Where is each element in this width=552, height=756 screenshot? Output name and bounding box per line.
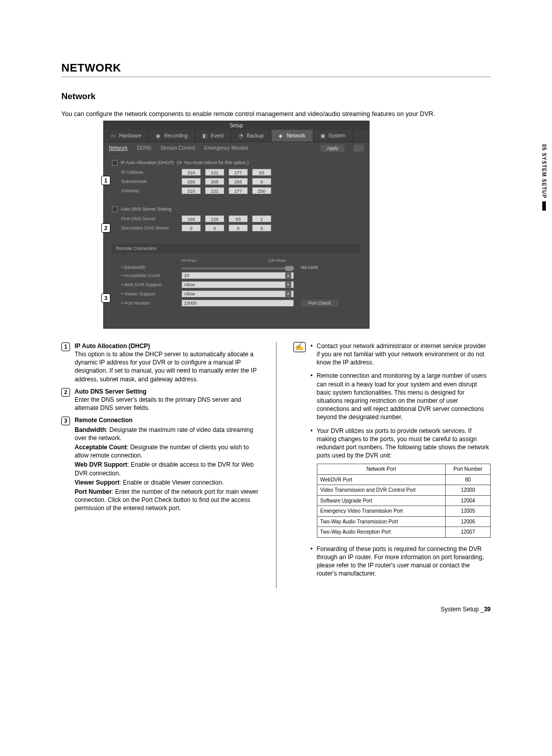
viewer-support-select[interactable]: Allow▾ [181,290,294,297]
side-tab-label: 05 SYSTEM SETUP [541,144,547,198]
hardware-icon: ▭ [111,133,117,139]
side-tab: 05 SYSTEM SETUP [541,144,547,211]
ports-table: Network Port Port Number WebDVR Port80 V… [317,464,491,538]
page-title: NETWORK [61,61,491,77]
web-dvr-label: • Web DVR Support [121,282,181,287]
subtab-ddns[interactable]: DDNS [137,145,151,153]
ip-address-field[interactable]: 210. 121. 177. 93 [181,169,271,176]
def1-body: This option is to allow the DHCP server … [75,351,257,383]
left-col: 1 IP Auto Allocation (DHCP) This option … [61,342,259,588]
subnet-label: Subnetmask [121,179,181,184]
tabs-row: ▭Hardware ◉Recording ◧Event ◔Backup ◈Net… [104,130,369,142]
tab-backup[interactable]: ◔Backup [232,130,271,142]
first-dns-field[interactable]: 168. 126. 63. 1 [181,215,271,222]
backup-icon: ◔ [239,133,244,139]
tab-network[interactable]: ◈Network [271,130,313,142]
intro-text: You can configure the network components… [61,110,491,119]
web-dvr-select[interactable]: Allow▾ [181,281,294,288]
note-2: Remote connection and monitoring by a la… [311,372,491,421]
column-divider [276,342,277,588]
event-icon: ◧ [202,133,208,139]
apply-button[interactable]: Apply [320,145,344,152]
subtab-network[interactable]: Network [109,145,128,153]
def2-body: Enter the DNS server's details to the pr… [75,396,241,411]
side-tab-marker [542,201,546,211]
remote-section-label: Remote Connection [112,244,361,253]
tab-system[interactable]: ▣System [313,130,353,142]
def1-term: IP Auto Allocation (DHCP) [75,342,150,350]
dhcp-label: IP Auto Allocation (DHCP) [121,160,174,165]
ports-h1: Network Port [317,464,446,475]
bandwidth-label: • Bandwidth [121,265,181,270]
dhcp-checkbox[interactable] [112,160,118,166]
first-dns-label: First DNS Server [121,216,181,221]
second-dns-field[interactable]: 0. 0. 0. 0 [181,224,271,232]
chevron-down-icon[interactable]: ▾ [285,282,291,288]
subtab-emergency-monitor[interactable]: Emergency Monitor [204,145,248,153]
right-col: ✍ Contact your network administrator or … [293,342,491,588]
note-4: Forwarding of these ports is required fo… [311,545,491,578]
callout-1: 1 [101,176,110,185]
tab-event[interactable]: ◧Event [195,130,232,142]
bandwidth-value: No Limit [301,265,318,270]
bw-right-label: 100 Mbps [268,258,286,263]
ip-address-label: IP Address [121,170,181,175]
window-title: Setup [104,121,369,130]
auto-dns-checkbox-row: Auto DNS Server Setting [112,207,361,212]
port-number-label: • Port Number [121,301,181,306]
second-dns-label: Secondary DNS Server [121,225,181,231]
setup-window: Setup ▭Hardware ◉Recording ◧Event ◔Backu… [103,121,370,329]
recording-icon: ◉ [156,133,162,139]
note-1: Contact your network administrator or in… [311,342,491,367]
tab-recording[interactable]: ◉Recording [149,130,195,142]
dhcp-checkbox-row: IP Auto Allocation (DHCP) (※ You must re… [112,160,361,166]
callout-2: 2 [101,223,110,233]
gateway-label: Gateway [121,188,181,193]
network-icon: ◈ [279,133,284,139]
screenshot-area: Setup ▭Hardware ◉Recording ◧Event ◔Backu… [103,121,491,329]
auto-dns-checkbox[interactable] [112,207,118,212]
viewer-support-label: • Viewer Support [121,291,181,296]
def-num-2: 2 [61,388,70,397]
keyboard-button[interactable] [354,145,364,152]
tab-hardware[interactable]: ▭Hardware [104,130,149,142]
footer: System Setup _39 [61,606,491,613]
subtab-stream-control[interactable]: Stream Control [160,145,195,153]
shot-body: IP Auto Allocation (DHCP) (※ You must re… [104,154,369,328]
port-check-button[interactable]: Port Check [301,300,338,307]
columns: 1 IP Auto Allocation (DHCP) This option … [61,342,491,588]
slider-knob[interactable] [285,266,294,271]
system-icon: ▣ [320,133,326,139]
acceptable-count-label: • Acceptable Count [121,273,181,278]
bw-left-label: 64 Kbps [181,258,196,263]
chevron-down-icon[interactable]: ▾ [285,291,291,297]
note-icon: ✍ [293,342,306,352]
port-number-input[interactable]: 12000 [181,300,294,307]
subheading: Network [61,91,491,102]
callout-3: 3 [101,293,110,303]
subtabs-row: Network DDNS Stream Control Emergency Mo… [104,142,369,154]
ports-h2: Port Number [446,464,491,475]
def-num-3: 3 [61,417,70,425]
def2-term: Auto DNS Server Setting [75,388,147,395]
bandwidth-slider[interactable] [181,267,294,269]
def3-term: Remote Connection [75,417,132,424]
acceptable-count-input[interactable]: 10▴ [181,272,294,279]
auto-dns-label: Auto DNS Server Setting [121,207,172,212]
dhcp-note: (※ You must reboot for this option.) [177,160,249,165]
stepper-icon[interactable]: ▴ [285,272,291,279]
def-num-1: 1 [61,342,70,351]
gateway-field[interactable]: 210. 121. 177. 250 [181,187,271,194]
note-3: Your DVR utilizes six ports to provide n… [317,427,489,460]
subnet-field[interactable]: 255. 255. 255. 0 [181,178,271,185]
